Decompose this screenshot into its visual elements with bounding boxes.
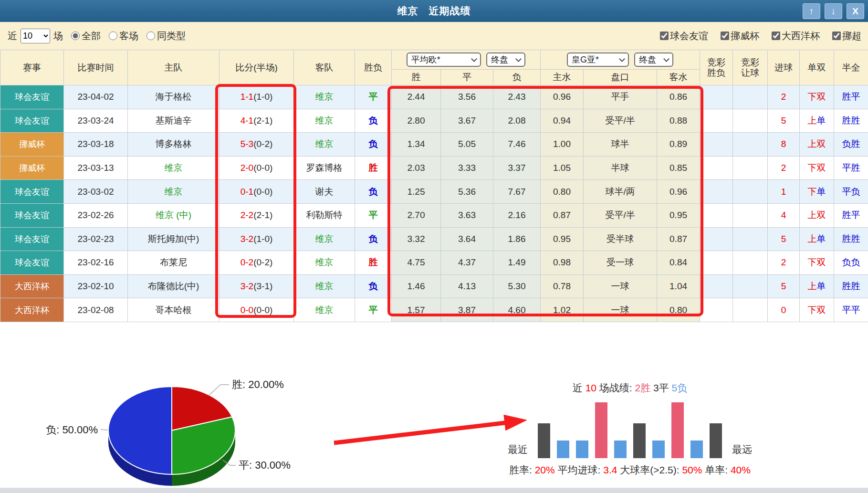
odd-even-text: 单 xyxy=(817,281,826,291)
home-team-cell: 布莱尼 xyxy=(128,251,220,275)
home-team-cell: 基斯迪辛 xyxy=(128,109,220,133)
move-down-button[interactable]: ↓ xyxy=(825,3,842,19)
date-cell: 23-03-13 xyxy=(64,156,128,180)
asia-odds-select-value: 皇G亚* xyxy=(572,54,599,65)
home-team-cell: 博多格林 xyxy=(128,133,220,157)
handicap-cell: 平手 xyxy=(584,85,657,109)
col-header-goals: 进球 xyxy=(768,50,800,85)
goals-cell: 8 xyxy=(768,133,800,157)
odds-lose-cell: 5.30 xyxy=(493,274,541,298)
bar-lose xyxy=(576,441,588,458)
chevron-down-icon xyxy=(619,56,625,62)
odds-win-cell: 1.25 xyxy=(392,180,441,204)
table-header-row-1: 赛事 比赛时间 主队 比分(半场) 客队 胜负 平均欧* 终盘 皇G亚* 终盘 … xyxy=(0,50,868,70)
home-team-cell: 海于格松 xyxy=(128,85,220,109)
league-cell: 挪威杯 xyxy=(0,133,64,157)
bottom-scrollbar-track[interactable] xyxy=(0,488,868,493)
result-pie-chart: 胜: 20.00% 平: 30.00% 负: 50.00% xyxy=(5,317,329,491)
euro-odds-header: 平均欧* 终盘 xyxy=(392,50,541,70)
odd-even-cell: 下双 xyxy=(800,251,834,275)
half-full-cell: 胜平 xyxy=(834,85,868,109)
odds-draw-cell: 3.63 xyxy=(441,203,493,227)
text-part: 3平 xyxy=(650,382,669,393)
results-table-body: 球会友谊23-04-02海于格松1-1(1-0)维京平2.443.562.430… xyxy=(0,85,868,322)
asia-odds-time-select[interactable]: 终盘 xyxy=(634,52,673,67)
half-score-text: (0-2) xyxy=(253,257,272,267)
results-table: 赛事 比赛时间 主队 比分(半场) 客队 胜负 平均欧* 终盘 皇G亚* 终盘 … xyxy=(0,50,868,322)
odd-even-text: 单 xyxy=(817,234,826,244)
home-water-cell: 1.00 xyxy=(541,133,584,157)
half-score-text: (2-1) xyxy=(253,210,272,220)
scope-radio-same-type[interactable] xyxy=(146,31,155,40)
euro-odds-time-select[interactable]: 终盘 xyxy=(486,52,525,67)
score-cell: 2-0(0-0) xyxy=(220,156,294,180)
jc-result-cell xyxy=(700,133,733,157)
table-row: 挪威杯23-03-18博多格林5-3(0-2)维京负1.345.057.461.… xyxy=(0,133,868,157)
move-up-button[interactable]: ↑ xyxy=(803,3,820,19)
odd-even-text: 双 xyxy=(817,257,826,267)
league-cell: 大西洋杯 xyxy=(0,274,64,298)
table-row: 球会友谊23-03-02维京0-1(0-0)谢夫负1.255.367.670.8… xyxy=(0,180,868,204)
text-part: 大球率(>2.5): xyxy=(617,464,682,475)
bar-win xyxy=(671,402,684,458)
jc-result-cell xyxy=(700,227,733,251)
text-part: 3.4 xyxy=(603,464,617,475)
pie-label-lose: 负: 50.00% xyxy=(46,424,98,436)
window-buttons: ↑ ↓ X xyxy=(803,3,864,19)
half-full-cell: 平负 xyxy=(834,180,868,204)
jc-handicap-cell xyxy=(733,156,768,180)
result-cell: 胜 xyxy=(355,251,392,275)
odds-lose-cell: 2.16 xyxy=(493,203,541,227)
euro-odds-select[interactable]: 平均欧* xyxy=(407,52,481,67)
jc-handicap-cell xyxy=(733,251,768,275)
home-water-cell: 1.02 xyxy=(541,298,584,322)
pie-slices xyxy=(108,387,235,486)
half-score-text: (2-1) xyxy=(253,115,272,126)
scope-radio-away[interactable] xyxy=(109,31,117,40)
odds-draw-cell: 3.64 xyxy=(441,227,493,251)
col-header-match-time: 比赛时间 xyxy=(64,50,128,85)
recent-count-select[interactable]: 10 xyxy=(21,29,50,43)
home-water-cell: 0.94 xyxy=(541,109,584,133)
away-team-cell: 维京 xyxy=(294,227,355,251)
odds-lose-cell: 2.43 xyxy=(493,85,541,109)
odds-draw-cell: 4.13 xyxy=(441,274,493,298)
away-water-cell: 0.89 xyxy=(657,133,700,157)
away-water-cell: 0.95 xyxy=(657,203,700,227)
result-cell: 负 xyxy=(355,227,392,251)
col-header-home-team: 主队 xyxy=(128,50,220,85)
half-score-text: (1-0) xyxy=(253,234,272,244)
col-header-away-team: 客队 xyxy=(294,50,355,85)
text-part: 2胜 xyxy=(635,382,651,393)
close-button[interactable]: X xyxy=(847,3,864,19)
score-text: 0-0 xyxy=(241,305,253,315)
home-water-cell: 0.96 xyxy=(541,85,584,109)
half-score-text: (0-0) xyxy=(253,305,272,315)
half-score-text: (0-2) xyxy=(253,139,272,149)
recent-label: 近 xyxy=(8,30,17,42)
handicap-cell: 受平/半 xyxy=(584,203,657,227)
league-label: 球会友谊 xyxy=(670,30,708,42)
text-part: 近 xyxy=(573,382,586,393)
jc-handicap-cell xyxy=(733,298,768,322)
league-checkbox-norway-cup[interactable] xyxy=(721,31,729,40)
up-arrow-icon: ↑ xyxy=(809,6,814,17)
score-cell: 3-2(1-0) xyxy=(220,227,294,251)
scope-option-away: 客场 xyxy=(109,30,138,42)
league-label: 挪威杯 xyxy=(731,30,759,42)
result-cell: 平 xyxy=(355,85,392,109)
score-text: 2-2 xyxy=(241,210,253,220)
scope-label: 全部 xyxy=(82,30,101,42)
text-part: 10 xyxy=(586,382,596,393)
half-full-cell: 平平 xyxy=(834,298,868,322)
close-icon: X xyxy=(852,6,858,17)
pie-leader-line-win xyxy=(209,385,229,395)
text-part: 5负 xyxy=(669,382,688,393)
league-checkbox-eliteserien[interactable] xyxy=(832,31,841,40)
odd-even-cell: 上双 xyxy=(800,133,834,157)
euro-odds-time-value: 终盘 xyxy=(491,54,508,65)
asia-odds-select[interactable]: 皇G亚* xyxy=(567,52,629,67)
scope-radio-all[interactable] xyxy=(71,31,80,40)
league-checkbox-club-friendly[interactable] xyxy=(660,31,669,40)
league-checkbox-atlantic-cup[interactable] xyxy=(772,31,780,40)
